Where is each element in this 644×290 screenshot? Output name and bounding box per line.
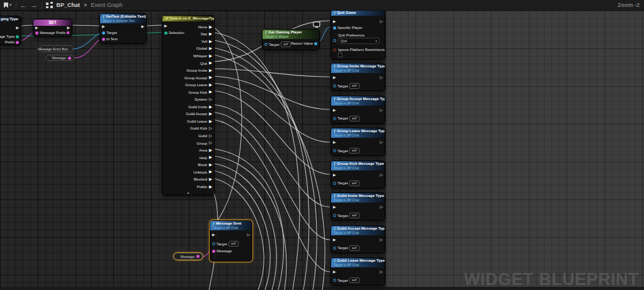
case-exec-pin[interactable] — [209, 177, 212, 182]
variable-output-pin[interactable] — [196, 255, 200, 258]
exec-in-pin[interactable] — [333, 75, 336, 79]
quit-preference-dropdown[interactable]: Quit ▾ — [338, 38, 380, 44]
quit-preference-pin[interactable] — [333, 39, 336, 42]
target-pin[interactable] — [212, 242, 215, 245]
exec-out-pin[interactable] — [380, 238, 383, 242]
case-exec-pin[interactable] — [209, 134, 212, 138]
node-message-type[interactable]: ƒGuild Invite Message Type Target is BP … — [330, 192, 385, 221]
node-get-owning-player[interactable]: ƒGet Owning Player Target is Widget Targ… — [262, 29, 320, 50]
exec-out-pin[interactable] — [380, 20, 383, 23]
breadcrumb-current[interactable]: Event Graph — [91, 2, 123, 8]
exec-in-pin[interactable] — [333, 173, 336, 177]
variable-message-entry-box[interactable]: Message Entry Box — [40, 45, 73, 52]
self-value[interactable]: self — [349, 245, 359, 251]
exec-out-pin[interactable] — [380, 173, 383, 177]
variable-output-pin[interactable] — [68, 57, 71, 60]
node-quit-game[interactable]: ƒQuit Game Specific Player Quit Preferen… — [330, 9, 385, 60]
case-exec-pin[interactable] — [209, 32, 212, 36]
node-message-type[interactable]: ƒGroup Kick Message Type Target is BP Ch… — [330, 160, 385, 189]
case-exec-pin[interactable] — [209, 141, 212, 145]
case-exec-pin[interactable] — [209, 98, 212, 102]
add-pin-icon[interactable]: ▴ — [187, 190, 189, 194]
exec-out-pin[interactable] — [247, 233, 250, 237]
target-pin[interactable] — [333, 279, 336, 282]
case-exec-pin[interactable] — [209, 40, 212, 44]
node-message-type[interactable]: ƒGroup Accept Message Type Target is BP … — [330, 96, 385, 124]
target-pin[interactable] — [333, 84, 336, 87]
exec-out-pin[interactable] — [67, 26, 70, 30]
self-value[interactable]: self — [349, 181, 359, 186]
self-value[interactable]: self — [349, 277, 359, 283]
target-pin[interactable] — [333, 247, 336, 250]
target-pin[interactable] — [333, 149, 336, 152]
case-exec-pin[interactable] — [209, 61, 212, 65]
exec-in-pin[interactable] — [333, 20, 336, 23]
case-exec-pin[interactable] — [209, 185, 212, 189]
back-arrow-button[interactable]: ← — [20, 2, 27, 9]
case-exec-pin[interactable] — [209, 47, 212, 51]
exec-out-pin[interactable] — [380, 140, 383, 144]
exec-out-pin[interactable] — [380, 270, 383, 274]
exec-in-pin[interactable] — [333, 205, 336, 209]
specific-player-pin[interactable] — [333, 26, 336, 30]
target-pin[interactable] — [102, 31, 105, 35]
target-pin[interactable] — [333, 117, 336, 120]
target-pin[interactable] — [333, 182, 336, 185]
variable-message-bottom[interactable]: Message — [174, 253, 203, 260]
case-exec-pin[interactable] — [209, 155, 212, 160]
exec-out-pin[interactable] — [16, 26, 19, 30]
exec-out-pin[interactable] — [380, 108, 383, 112]
bookmark-button[interactable]: ▾ — [4, 3, 12, 8]
node-switch-message-type[interactable]: ⇄Switch on E_MessageTypes Selection None… — [162, 15, 215, 196]
target-pin[interactable] — [264, 43, 268, 46]
case-exec-pin[interactable] — [209, 148, 212, 153]
self-value[interactable]: self — [349, 148, 359, 153]
variable-message-top[interactable]: Message — [45, 55, 74, 61]
case-exec-pin[interactable] — [209, 112, 212, 116]
node-message-type[interactable]: ƒGroup Invite Message Type Target is BP … — [330, 63, 385, 91]
message-prefix-pin[interactable] — [35, 31, 38, 35]
breadcrumb-parent[interactable]: BP_Chat — [57, 2, 81, 8]
exec-in-pin[interactable] — [102, 25, 105, 28]
forward-arrow-button[interactable]: → — [31, 2, 38, 9]
node-message-type[interactable]: ƒGuild Leave Message Type Target is BP C… — [330, 257, 385, 286]
node-message-type[interactable]: ƒGroup Leave Message Type Target is BP C… — [330, 128, 385, 156]
return-value-pin[interactable] — [314, 42, 317, 45]
exec-out-pin[interactable] — [380, 75, 383, 79]
case-exec-pin[interactable] — [209, 120, 212, 124]
exec-in-pin[interactable] — [35, 26, 38, 30]
node-message-type[interactable]: ƒGuild Accept Message Type Target is BP … — [330, 225, 385, 254]
exec-out-pin[interactable] — [141, 25, 144, 28]
self-value[interactable]: self — [349, 83, 359, 89]
self-value[interactable]: self — [281, 42, 291, 47]
message-type-pin[interactable] — [16, 35, 19, 38]
case-exec-pin[interactable] — [209, 75, 212, 80]
ignore-restrictions-pin[interactable] — [333, 48, 336, 52]
exec-in-pin[interactable] — [333, 108, 336, 112]
exec-in-pin[interactable] — [333, 140, 336, 144]
case-exec-pin[interactable] — [209, 69, 212, 73]
exec-in-pin[interactable] — [212, 233, 215, 237]
exec-out-pin[interactable] — [380, 205, 383, 209]
case-exec-pin[interactable] — [209, 170, 212, 174]
case-exec-pin[interactable] — [209, 126, 212, 131]
node-set-message-prefix[interactable]: SET Message Prefix — [33, 19, 72, 37]
self-value[interactable]: self — [229, 241, 239, 247]
case-exec-pin[interactable] — [209, 54, 212, 59]
ignore-restrictions-checkbox[interactable] — [338, 53, 342, 57]
exec-in-pin[interactable] — [333, 238, 336, 242]
node-settext[interactable]: ƒSetText (Editable Text) Target is Edita… — [99, 13, 147, 44]
case-exec-pin[interactable] — [209, 83, 212, 87]
output-value-pin[interactable] — [67, 31, 69, 34]
node-changing-type[interactable]: ging Type ssage Type Prefix — [0, 16, 21, 45]
self-value[interactable]: self — [349, 116, 359, 121]
case-exec-pin[interactable] — [209, 90, 212, 94]
target-pin[interactable] — [333, 214, 336, 217]
node-message-sent[interactable]: ƒMessage Sent Target is BP Chat Target s… — [210, 220, 252, 262]
case-exec-pin[interactable] — [209, 25, 212, 30]
message-pin[interactable] — [212, 250, 215, 253]
case-exec-pin[interactable] — [209, 163, 212, 167]
exec-in-pin[interactable] — [333, 270, 336, 274]
in-text-pin[interactable] — [102, 38, 105, 41]
self-value[interactable]: self — [349, 213, 359, 218]
